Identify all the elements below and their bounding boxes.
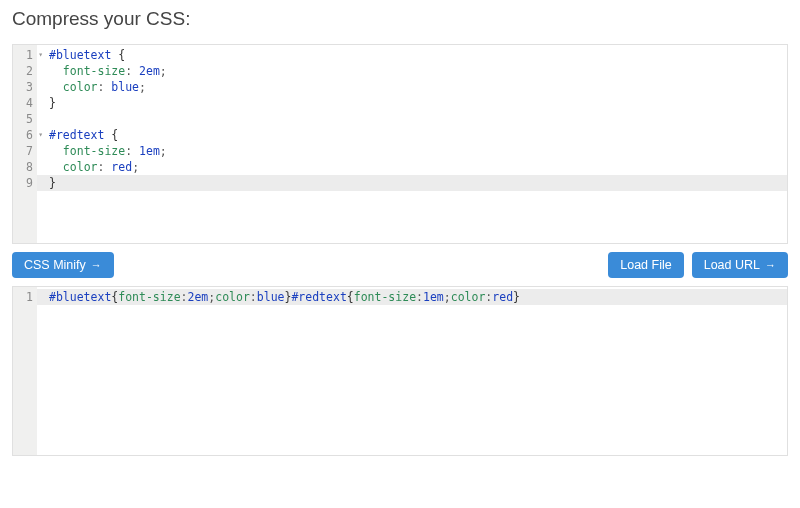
css-minify-label: CSS Minify: [24, 258, 86, 272]
code-line: #bluetext {: [49, 47, 781, 63]
gutter-line: 3: [15, 79, 33, 95]
code-line: #bluetext{font-size:2em;color:blue}#redt…: [49, 289, 781, 305]
gutter-line: 6: [15, 127, 33, 143]
code-line: font-size: 1em;: [49, 143, 781, 159]
gutter-line: 2: [15, 63, 33, 79]
code-line: [49, 111, 781, 127]
arrow-right-icon: →: [91, 260, 102, 271]
gutter-line: 5: [15, 111, 33, 127]
code-line: color: blue;: [49, 79, 781, 95]
load-url-button[interactable]: Load URL →: [692, 252, 788, 278]
css-input-editor[interactable]: 123456789 #bluetext { font-size: 2em; co…: [12, 44, 788, 244]
code-line: color: red;: [49, 159, 781, 175]
load-file-button[interactable]: Load File: [608, 252, 683, 278]
css-minify-button[interactable]: CSS Minify →: [12, 252, 114, 278]
output-gutter: 1: [13, 287, 37, 455]
gutter-line: 4: [15, 95, 33, 111]
gutter-line: 8: [15, 159, 33, 175]
gutter-line: 1: [15, 47, 33, 63]
code-line: }: [49, 95, 781, 111]
load-url-label: Load URL: [704, 258, 760, 272]
code-line: font-size: 2em;: [49, 63, 781, 79]
toolbar: CSS Minify → Load File Load URL →: [12, 252, 788, 278]
code-line: #redtext {: [49, 127, 781, 143]
arrow-right-icon: →: [765, 260, 776, 271]
code-line: }: [49, 175, 781, 191]
input-gutter: 123456789: [13, 45, 37, 243]
load-file-label: Load File: [620, 258, 671, 272]
css-output-editor[interactable]: 1 #bluetext{font-size:2em;color:blue}#re…: [12, 286, 788, 456]
gutter-line: 1: [15, 289, 33, 305]
gutter-line: 7: [15, 143, 33, 159]
gutter-line: 9: [15, 175, 33, 191]
input-code-area[interactable]: #bluetext { font-size: 2em; color: blue;…: [37, 45, 787, 243]
output-code-area[interactable]: #bluetext{font-size:2em;color:blue}#redt…: [37, 287, 787, 455]
page-title: Compress your CSS:: [12, 8, 788, 30]
